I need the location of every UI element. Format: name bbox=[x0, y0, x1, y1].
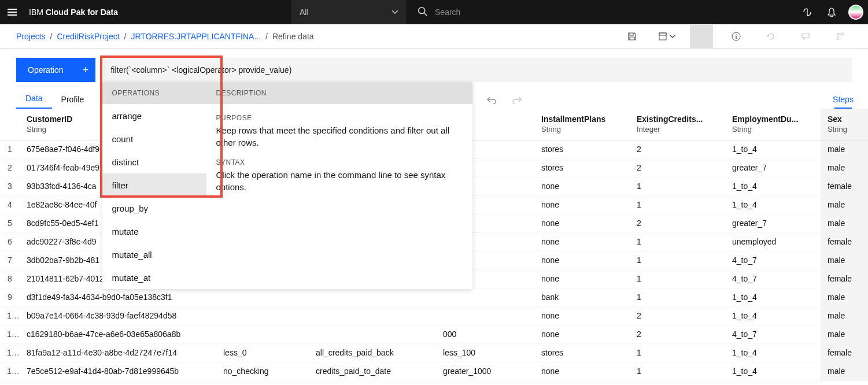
operation-item-distinct[interactable]: distinct bbox=[102, 150, 206, 173]
table-row: 10b09a7e14-0664-4c38-93d9-faef48294d58no… bbox=[0, 306, 868, 325]
row-number: 13 bbox=[0, 362, 20, 380]
product-prefix: IBM bbox=[29, 8, 43, 17]
tab-profile[interactable]: Profile bbox=[52, 90, 94, 109]
cell: 2 bbox=[630, 325, 725, 343]
menu-button[interactable] bbox=[0, 0, 24, 24]
row-number: 4 bbox=[0, 195, 20, 214]
row-number: 1 bbox=[0, 140, 20, 158]
chevron-down-icon bbox=[392, 10, 398, 14]
link-icon[interactable] bbox=[795, 0, 819, 24]
breadcrumb-current: Refine data bbox=[272, 32, 314, 41]
operation-button[interactable]: Operation + bbox=[16, 58, 95, 82]
product-name: IBM Cloud Pak for Data bbox=[24, 8, 118, 17]
cell bbox=[216, 288, 309, 306]
table-row: 1281fa9a12-a11d-4e30-a8be-4d27247e7f14le… bbox=[0, 343, 868, 362]
history-icon[interactable] bbox=[759, 25, 782, 48]
search-box[interactable]: Search bbox=[406, 6, 460, 18]
cell: 1_to_4 bbox=[725, 140, 821, 158]
undo-icon[interactable] bbox=[483, 91, 500, 109]
cell: 000 bbox=[436, 325, 534, 343]
cell: greater_7 bbox=[725, 214, 821, 232]
chevron-down-icon bbox=[670, 35, 675, 38]
cell bbox=[436, 288, 534, 306]
cell: 1 bbox=[630, 288, 725, 306]
cell: male bbox=[821, 251, 868, 269]
purpose-label: PURPOSE bbox=[216, 113, 463, 123]
save-icon[interactable] bbox=[620, 25, 644, 48]
cell: male bbox=[821, 362, 868, 380]
cell bbox=[309, 288, 436, 306]
breadcrumb-asset[interactable]: JRTORRES.JRTAPPLICANTFINA... bbox=[131, 32, 261, 41]
operation-item-mutate[interactable]: mutate bbox=[102, 220, 206, 243]
notifications-icon[interactable] bbox=[819, 0, 844, 24]
svg-point-8 bbox=[841, 33, 844, 35]
export-dropdown-icon[interactable] bbox=[655, 25, 678, 48]
cell: stores bbox=[534, 343, 630, 362]
cell: stores bbox=[534, 158, 630, 177]
breadcrumb-project[interactable]: CreditRiskProject bbox=[57, 32, 119, 41]
column-header[interactable]: EmploymentDu...String bbox=[725, 109, 821, 140]
column-header[interactable]: SexString bbox=[821, 109, 868, 140]
cell: none bbox=[534, 195, 630, 214]
operation-item-arrange[interactable]: arrange bbox=[102, 104, 206, 127]
cell: none bbox=[534, 214, 630, 232]
desc-header: DESCRIPTION bbox=[206, 89, 267, 97]
cell bbox=[436, 306, 534, 325]
cell: female bbox=[821, 269, 868, 288]
cell: none bbox=[534, 177, 630, 195]
flow-icon[interactable] bbox=[829, 25, 852, 48]
operation-item-group_by[interactable]: group_by bbox=[102, 197, 206, 220]
table-row: 9d3f1de49-fa34-4634-b9d0-fa05e138c3f1ban… bbox=[0, 288, 868, 306]
svg-line-1 bbox=[424, 13, 427, 16]
cell: 4_to_7 bbox=[725, 269, 821, 288]
redo-icon[interactable] bbox=[508, 91, 526, 109]
cell: male bbox=[821, 140, 868, 158]
cell: none bbox=[534, 251, 630, 269]
cell: 7e5ce512-e9af-41d4-80ab-7d81e999645b bbox=[20, 362, 216, 380]
svg-rect-3 bbox=[659, 33, 666, 35]
breadcrumb: Projects / CreditRiskProject / JRTORRES.… bbox=[16, 32, 314, 41]
breadcrumb-projects[interactable]: Projects bbox=[16, 32, 46, 41]
tab-data[interactable]: Data bbox=[16, 89, 52, 109]
cell: none bbox=[534, 232, 630, 251]
svg-point-5 bbox=[736, 34, 737, 35]
operation-item-filter[interactable]: filter bbox=[102, 173, 206, 197]
row-number: 3 bbox=[0, 177, 20, 195]
scope-dropdown[interactable]: All bbox=[291, 0, 406, 24]
cell: none bbox=[534, 325, 630, 343]
cell: all_credits_paid_back bbox=[309, 343, 436, 362]
cell: male bbox=[821, 325, 868, 343]
cell: none bbox=[534, 306, 630, 325]
operation-item-mutate_all[interactable]: mutate_all bbox=[102, 243, 206, 266]
column-header[interactable]: ExistingCredits...Integer bbox=[630, 109, 725, 140]
comment-icon[interactable] bbox=[794, 25, 817, 48]
cell bbox=[309, 325, 436, 343]
row-number: 10 bbox=[0, 306, 20, 325]
svg-point-9 bbox=[837, 38, 839, 40]
cell bbox=[216, 306, 309, 325]
user-avatar[interactable] bbox=[844, 0, 868, 24]
command-input[interactable]: filter(`<column>` <logicalOperator> prov… bbox=[102, 58, 852, 82]
scope-label: All bbox=[300, 8, 309, 17]
operation-item-mutate_at[interactable]: mutate_at bbox=[102, 266, 206, 289]
steps-link[interactable]: Steps bbox=[834, 91, 852, 109]
cell: 1 bbox=[630, 362, 725, 380]
cell: 1 bbox=[630, 177, 725, 195]
cell: female bbox=[821, 232, 868, 251]
operation-item-count[interactable]: count bbox=[102, 127, 206, 150]
cell: 1 bbox=[630, 343, 725, 362]
column-header[interactable]: InstallmentPlansString bbox=[534, 109, 630, 140]
cell: less_0 bbox=[216, 343, 309, 362]
row-number: 2 bbox=[0, 158, 20, 177]
info-icon[interactable] bbox=[725, 25, 748, 48]
syntax-text: Click the operation name in the command … bbox=[216, 169, 463, 193]
cell: less_100 bbox=[436, 343, 534, 362]
cell: 4_to_7 bbox=[725, 251, 821, 269]
table-row: 137e5ce512-e9af-41d4-80ab-7d81e999645bno… bbox=[0, 362, 868, 380]
cell: greater_1000 bbox=[436, 362, 534, 380]
cell: female bbox=[821, 177, 868, 195]
svg-point-0 bbox=[419, 7, 425, 13]
cell: male bbox=[821, 214, 868, 232]
row-number: 12 bbox=[0, 343, 20, 362]
search-icon bbox=[418, 6, 428, 18]
